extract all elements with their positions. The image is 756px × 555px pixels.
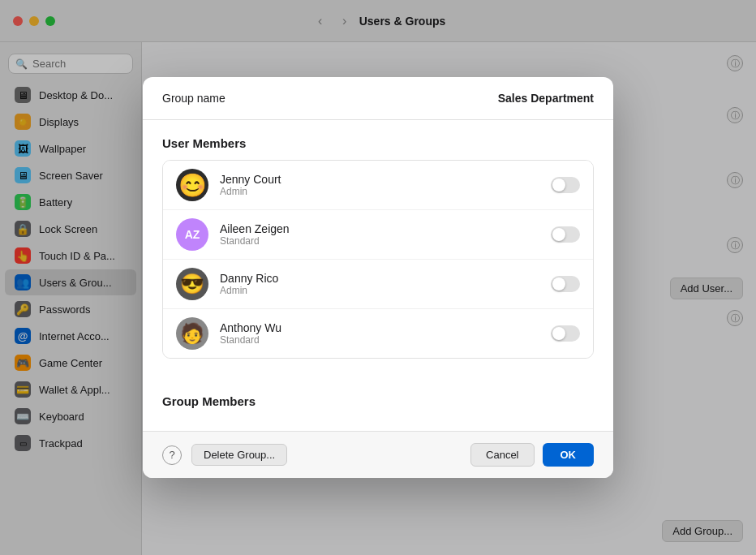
table-row: 🧑 Anthony Wu Standard [163, 309, 593, 358]
member-toggle-anthony[interactable] [551, 325, 580, 342]
modal-overlay: Group name Sales Department User Members… [0, 0, 756, 555]
member-toggle-aileen[interactable] [551, 226, 580, 243]
modal-footer: ? Delete Group... Cancel OK [143, 431, 613, 478]
help-button[interactable]: ? [162, 445, 182, 465]
member-info: Anthony Wu Standard [220, 321, 539, 346]
member-name: Jenny Court [220, 173, 539, 186]
group-members-section: Group Members [143, 394, 613, 431]
avatar: 😎 [176, 268, 208, 300]
group-name-label: Group name [162, 92, 226, 105]
group-name-value: Sales Department [498, 92, 594, 105]
member-info: Jenny Court Admin [220, 173, 539, 197]
member-toggle-jenny[interactable] [551, 177, 580, 193]
member-role: Admin [220, 285, 539, 296]
delete-group-button[interactable]: Delete Group... [191, 444, 287, 466]
group-members-title: Group Members [162, 394, 594, 408]
members-list: 😊 Jenny Court Admin AZ Aileen Zeigen Sta… [162, 160, 594, 359]
member-role: Standard [220, 334, 539, 346]
main-window: ‹ › Users & Groups 🔍 🖥 Desktop & Do... ☀… [0, 0, 756, 555]
member-name: Aileen Zeigen [220, 222, 539, 235]
cancel-button[interactable]: Cancel [470, 443, 534, 467]
member-role: Admin [220, 186, 539, 197]
avatar: 😊 [176, 169, 208, 201]
modal-body: User Members 😊 Jenny Court Admin [143, 120, 613, 394]
avatar: AZ [176, 218, 208, 251]
avatar: 🧑 [176, 317, 208, 350]
member-name: Danny Rico [220, 272, 539, 285]
footer-right: Cancel OK [470, 443, 594, 467]
member-info: Danny Rico Admin [220, 272, 539, 296]
member-name: Anthony Wu [220, 321, 539, 334]
footer-left: ? Delete Group... [162, 444, 287, 466]
table-row: AZ Aileen Zeigen Standard [163, 210, 593, 260]
ok-button[interactable]: OK [543, 443, 595, 467]
table-row: 😊 Jenny Court Admin [163, 161, 593, 210]
member-role: Standard [220, 235, 539, 247]
table-row: 😎 Danny Rico Admin [163, 260, 593, 309]
modal-dialog: Group name Sales Department User Members… [143, 77, 613, 478]
user-members-title: User Members [162, 136, 594, 150]
group-name-row: Group name Sales Department [143, 77, 613, 120]
member-toggle-danny[interactable] [551, 276, 580, 292]
member-info: Aileen Zeigen Standard [220, 222, 539, 247]
